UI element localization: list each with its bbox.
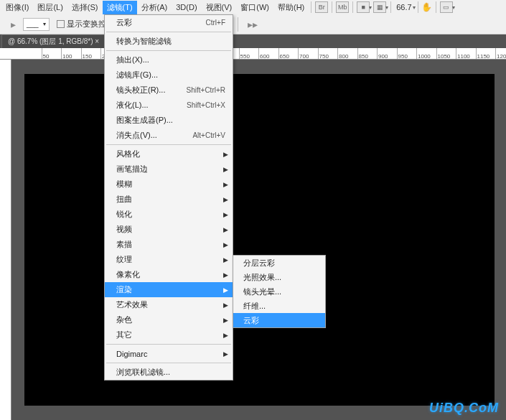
menu-item[interactable]: 视频▶ (105, 222, 233, 237)
submenu-arrow-icon: ▶ (223, 196, 228, 203)
submenu-arrow-icon: ▶ (223, 211, 228, 218)
render-submenu: 分层云彩光照效果...镜头光晕...纤维...云彩 (233, 255, 326, 328)
separator (418, 1, 418, 13)
menu-shortcut: Shift+Ctrl+X (187, 101, 225, 109)
submenu-arrow-icon: ▶ (223, 226, 228, 233)
submenu-item-label: 分层云彩 (243, 258, 275, 269)
minibridge-button[interactable]: Mb (336, 1, 349, 13)
submenu-item[interactable]: 纤维... (233, 299, 325, 313)
menu-image[interactable]: 图像(I) (1, 1, 33, 14)
menu-item[interactable]: 图案生成器(P)... (105, 113, 233, 128)
show-transform-checkbox[interactable] (57, 20, 65, 28)
submenu-item[interactable]: 光照效果... (233, 270, 325, 284)
menu-item-label: 扭曲 (116, 194, 132, 205)
menu-separator (106, 344, 231, 345)
submenu-arrow-icon: ▶ (223, 332, 228, 339)
menu-item[interactable]: 像素化▶ (105, 267, 233, 282)
menu-shortcut: Ctrl+F (206, 19, 226, 27)
separator (311, 1, 311, 13)
menu-item-label: Digimarc (116, 350, 147, 358)
menu-item-label: 浏览联机滤镜... (116, 367, 170, 378)
menu-item[interactable]: 镜头校正(R)...Shift+Ctrl+R (105, 83, 233, 98)
menu-item-label: 滤镜库(G)... (116, 70, 158, 80)
menu-item-label: 纹理 (116, 254, 132, 265)
menu-item[interactable]: 抽出(X)... (105, 52, 233, 67)
menu-item-label: 杂色 (116, 314, 132, 325)
separator (352, 1, 353, 13)
menu-help[interactable]: 帮助(H) (273, 1, 309, 14)
menu-item[interactable]: 模糊▶ (105, 177, 233, 192)
filter-menu-dropdown: 云彩Ctrl+F转换为智能滤镜抽出(X)...滤镜库(G)...镜头校正(R).… (104, 14, 233, 381)
menu-item[interactable]: 浏览联机滤镜... (105, 365, 233, 380)
menu-item-label: 风格化 (116, 149, 140, 159)
menu-item-label: 像素化 (116, 269, 140, 280)
menu-item[interactable]: 杂色▶ (105, 312, 233, 327)
collapse-icon[interactable]: ▸ (6, 18, 20, 31)
menu-item[interactable]: 扭曲▶ (105, 192, 233, 207)
menu-item[interactable]: 滤镜库(G)... (105, 67, 233, 83)
menu-item[interactable]: Digimarc▶ (105, 346, 233, 361)
dropdown-arrow-icon[interactable]: ▾ (452, 4, 455, 11)
menu-filter[interactable]: 滤镜(T) (103, 1, 137, 14)
menu-analysis[interactable]: 分析(A) (137, 1, 172, 14)
menu-item[interactable]: 纹理▶ (105, 252, 233, 267)
menu-item-label: 素描 (116, 239, 132, 250)
menu-item-label: 图案生成器(P)... (116, 115, 173, 126)
menu-item-label: 艺术效果 (116, 299, 148, 310)
menu-item[interactable]: 渲染▶ (105, 282, 233, 297)
menu-view[interactable]: 视图(V) (202, 1, 237, 14)
menu-item[interactable]: 转换为智能滤镜 (105, 34, 233, 49)
menu-item[interactable]: 锐化▶ (105, 207, 233, 222)
submenu-item-label: 光照效果... (243, 272, 281, 283)
menu-item[interactable]: 素描▶ (105, 237, 233, 252)
menu-window[interactable]: 窗口(W) (236, 1, 273, 14)
menu-item-label: 抽出(X)... (116, 55, 149, 65)
menu-item[interactable]: 消失点(V)...Alt+Ctrl+V (105, 128, 233, 143)
submenu-item-label: 纤维... (243, 301, 266, 312)
grid-button[interactable]: ■ (357, 1, 370, 13)
separator (390, 1, 391, 13)
menu-item[interactable]: 其它▶ (105, 327, 233, 342)
dropdown-arrow-icon[interactable]: ▾ (385, 4, 388, 11)
menu-item[interactable]: 液化(L)...Shift+Ctrl+X (105, 98, 233, 113)
submenu-arrow-icon: ▶ (223, 317, 228, 324)
menu-item-label: 其它 (116, 330, 132, 340)
submenu-item-label: 镜头光晕... (243, 286, 281, 297)
menu-separator (106, 32, 231, 32)
distribute-icon-3[interactable]: ▸▸ (245, 18, 260, 31)
menu-item-label: 消失点(V)... (116, 130, 157, 141)
hand-tool-icon[interactable]: ✋ (421, 1, 434, 13)
menu-separator (106, 363, 231, 363)
watermark: UiBQ.CoM (429, 401, 499, 416)
document-tab[interactable]: @ 66.7% (图层 1, RGB/8*) × (1, 34, 106, 48)
submenu-arrow-icon: ▶ (223, 181, 228, 188)
bridge-button[interactable]: Br (315, 1, 328, 13)
menu-3d[interactable]: 3D(D) (172, 1, 201, 13)
menu-item-label: 画笔描边 (116, 164, 148, 174)
menu-item-label: 镜头校正(R)... (116, 85, 165, 95)
dropdown-arrow-icon[interactable]: ▾ (369, 4, 372, 11)
menu-item-label: 模糊 (116, 179, 132, 190)
horizontal-ruler: 5010015020025030035040045050055060065070… (0, 48, 506, 60)
menu-layer[interactable]: 图层(L) (33, 1, 67, 14)
zoom-level[interactable]: 66.7 (393, 3, 414, 11)
submenu-item[interactable]: 镜头光晕... (233, 284, 325, 299)
menu-item[interactable]: 艺术效果▶ (105, 297, 233, 312)
separator (436, 1, 436, 13)
menu-item-label: 渲染 (116, 284, 132, 295)
submenu-item[interactable]: 分层云彩 (233, 256, 325, 270)
dropdown-arrow-icon[interactable]: ▾ (413, 4, 416, 11)
menu-item[interactable]: 云彩Ctrl+F (105, 15, 233, 30)
menu-shortcut: Shift+Ctrl+R (187, 86, 225, 94)
submenu-arrow-icon: ▶ (223, 302, 228, 309)
menu-select[interactable]: 选择(S) (67, 1, 103, 14)
menu-item[interactable]: 风格化▶ (105, 146, 233, 162)
submenu-item[interactable]: 云彩 (233, 313, 325, 327)
submenu-arrow-icon: ▶ (223, 241, 228, 248)
menu-item-label: 视频 (116, 224, 132, 235)
menu-item[interactable]: 画笔描边▶ (105, 162, 233, 177)
ruler-button[interactable]: ▦ (373, 1, 386, 13)
canvas[interactable] (24, 74, 495, 406)
screenmode-button[interactable]: ▭ (440, 1, 453, 13)
tool-preset-dropdown[interactable]: ___▾ (23, 18, 50, 31)
